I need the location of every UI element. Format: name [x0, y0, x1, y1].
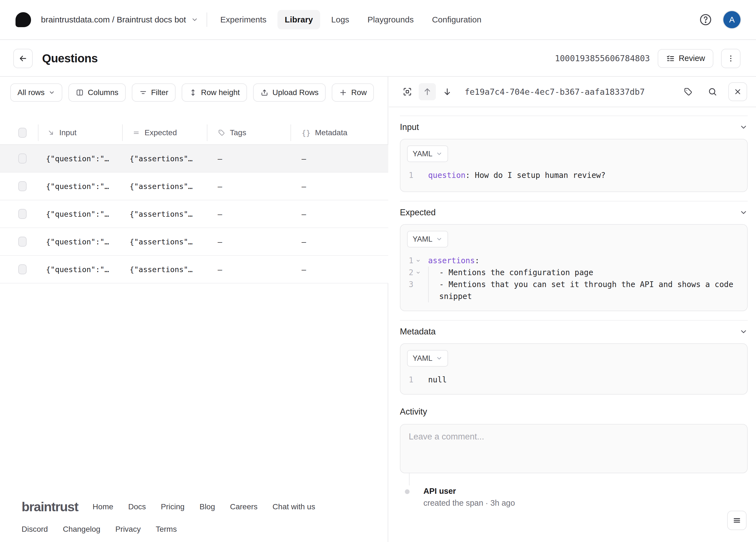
footer-link-terms[interactable]: Terms	[156, 525, 177, 534]
support-menu-button[interactable]	[727, 511, 747, 530]
yaml-value: null	[428, 374, 740, 386]
footer-link-docs[interactable]: Docs	[128, 502, 146, 511]
chevron-down-icon[interactable]	[739, 123, 748, 131]
column-divider	[122, 124, 123, 141]
add-row-button[interactable]: Row	[332, 83, 374, 102]
cell-expected: {"assertions"…	[130, 145, 193, 172]
footer-link-pricing[interactable]: Pricing	[161, 502, 185, 511]
avatar-letter: A	[729, 15, 735, 24]
record-detail-panel: fe19a7c4-704e-4ec7-b367-aafa18337db7	[389, 77, 756, 542]
page-title: Questions	[42, 52, 98, 65]
column-header-metadata[interactable]: {} Metadata	[302, 121, 347, 144]
next-row-button[interactable]	[439, 83, 456, 100]
footer-link-home[interactable]: Home	[92, 502, 113, 511]
expected-code[interactable]: 1 assertions: 2 - Mentions the configura…	[404, 254, 740, 302]
tab-configuration[interactable]: Configuration	[425, 10, 488, 29]
previous-row-button[interactable]	[419, 83, 436, 100]
app-window: braintrustdata.com / Braintrust docs bot…	[0, 0, 756, 542]
columns-label: Columns	[88, 88, 118, 97]
column-divider	[290, 124, 291, 141]
row-checkbox[interactable]	[18, 153, 27, 163]
table-row-2[interactable]: {"question":"… {"assertions"… – –	[0, 173, 388, 200]
search-icon[interactable]	[704, 83, 721, 100]
braintrust-logo-icon[interactable]	[16, 12, 31, 27]
kebab-menu-icon	[727, 54, 735, 63]
column-header-input[interactable]: Input	[47, 121, 76, 144]
table-row-5[interactable]: {"question":"… {"assertions"… – –	[0, 256, 388, 284]
upload-rows-button[interactable]: Upload Rows	[253, 83, 326, 102]
nav-divider	[207, 12, 207, 27]
section-title: Activity	[400, 407, 427, 417]
filter-label: Filter	[151, 88, 168, 97]
table-row-3[interactable]: {"question":"… {"assertions"… – –	[0, 200, 388, 228]
section-divider	[400, 320, 748, 321]
chevron-down-icon[interactable]	[739, 208, 748, 217]
yaml-colon: :	[475, 256, 480, 265]
row-checkbox[interactable]	[18, 264, 27, 274]
close-panel-button[interactable]	[728, 82, 747, 101]
column-label: Tags	[230, 128, 246, 137]
tab-library[interactable]: Library	[277, 10, 320, 29]
chevron-down-icon	[436, 355, 443, 362]
review-button[interactable]: Review	[658, 49, 713, 68]
detail-panel-body: Input YAML 1 question: How do I setup hu…	[389, 108, 756, 542]
fold-chevron-icon[interactable]	[416, 270, 421, 275]
row-checkbox[interactable]	[18, 236, 27, 246]
braintrust-wordmark: braintrust	[22, 499, 78, 514]
back-button[interactable]	[13, 49, 33, 68]
footer-link-careers[interactable]: Careers	[230, 502, 258, 511]
detail-panel-header: fe19a7c4-704e-4ec7-b367-aafa18337db7	[389, 77, 756, 107]
cell-tags: –	[218, 200, 222, 227]
rows-filter-dropdown[interactable]: All rows	[10, 83, 62, 102]
braces-icon: {}	[302, 128, 311, 137]
table-row-4[interactable]: {"question":"… {"assertions"… – –	[0, 228, 388, 256]
row-checkbox[interactable]	[18, 181, 27, 191]
column-label: Metadata	[315, 128, 348, 137]
arrow-left-icon	[18, 54, 28, 63]
footer-link-discord[interactable]: Discord	[22, 525, 48, 534]
format-dropdown[interactable]: YAML	[407, 145, 448, 162]
tab-playgrounds[interactable]: Playgrounds	[360, 10, 421, 29]
footer-link-privacy[interactable]: Privacy	[115, 525, 141, 534]
more-options-button[interactable]	[721, 49, 740, 68]
input-code[interactable]: 1 question: How do I setup human review?	[404, 169, 740, 181]
row-checkbox[interactable]	[18, 209, 27, 219]
chevron-down-icon[interactable]	[739, 328, 748, 336]
help-icon[interactable]	[699, 13, 712, 26]
filter-button[interactable]: Filter	[132, 83, 176, 102]
cell-metadata: –	[302, 200, 306, 227]
add-row-label: Row	[351, 88, 367, 97]
select-all-checkbox[interactable]	[18, 128, 27, 138]
column-header-tags[interactable]: Tags	[218, 121, 246, 144]
project-breadcrumb[interactable]: braintrustdata.com / Braintrust docs bot	[41, 15, 198, 24]
column-divider	[207, 124, 207, 141]
tab-logs[interactable]: Logs	[324, 10, 356, 29]
cell-tags: –	[218, 228, 222, 255]
expand-icon[interactable]	[399, 83, 416, 100]
upload-rows-label: Upload Rows	[272, 88, 319, 97]
comment-input[interactable]	[408, 431, 740, 467]
column-header-expected[interactable]: Expected	[132, 121, 177, 144]
row-height-button[interactable]: Row height	[182, 83, 247, 102]
table-row-1[interactable]: {"question":"… {"assertions"… – –	[0, 145, 388, 173]
footer-link-changelog[interactable]: Changelog	[63, 525, 100, 534]
cell-input: {"question":"…	[46, 200, 109, 227]
cell-metadata: –	[302, 145, 306, 172]
yaml-list-item: - Mentions that you can set it through t…	[428, 279, 740, 302]
format-dropdown[interactable]: YAML	[407, 350, 448, 367]
tag-icon[interactable]	[680, 83, 697, 100]
fold-chevron-icon[interactable]	[416, 258, 421, 263]
footer-link-blog[interactable]: Blog	[199, 502, 215, 511]
nav-right: A	[699, 11, 740, 28]
columns-button[interactable]: Columns	[68, 83, 125, 102]
metadata-code[interactable]: 1 null	[404, 374, 740, 386]
upload-icon	[260, 88, 269, 97]
format-label: YAML	[413, 235, 433, 243]
section-header-expected: Expected	[400, 207, 748, 217]
avatar[interactable]: A	[723, 11, 740, 28]
format-dropdown[interactable]: YAML	[407, 231, 448, 247]
yaml-key: question	[428, 171, 466, 180]
line-number: 1	[409, 169, 413, 181]
tab-experiments[interactable]: Experiments	[213, 10, 274, 29]
footer-link-chat[interactable]: Chat with us	[272, 502, 315, 511]
